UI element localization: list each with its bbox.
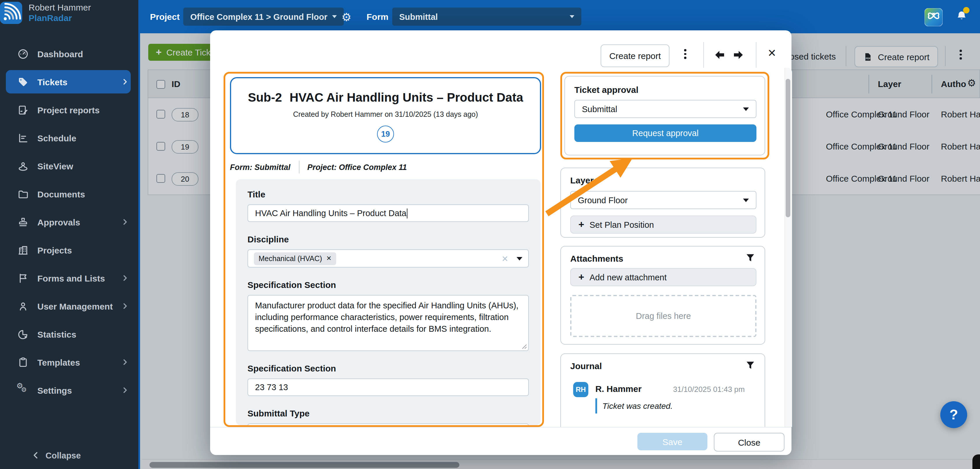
close-button[interactable]: Close [714, 433, 784, 451]
header-divider [703, 42, 704, 68]
save-button[interactable]: Save [637, 433, 708, 450]
ticket-meta-row: Form: Submittal Project: Office Complex … [230, 160, 407, 174]
clear-selection-icon[interactable]: ✕ [502, 254, 508, 263]
chevron-right-icon [121, 358, 129, 366]
spec-number-input[interactable]: 23 73 13 [248, 378, 529, 396]
sidebar-item-dashboard[interactable]: Dashboard [0, 40, 138, 68]
ticket-tag-icon [18, 76, 29, 87]
sidebar-item-tickets[interactable]: Tickets [0, 68, 138, 96]
set-plan-position-button[interactable]: + Set Plan Position [570, 215, 756, 234]
add-attachment-button[interactable]: + Add new attachment [570, 268, 756, 286]
plus-icon: + [578, 220, 584, 230]
person-icon [18, 300, 29, 312]
previous-ticket-arrow-icon[interactable] [713, 48, 726, 61]
schedule-chart-icon [18, 132, 29, 144]
journal-author: R. Hammer [595, 384, 641, 394]
spec-number-label: Specification Section [248, 363, 529, 374]
submittal-type-input[interactable] [248, 423, 529, 425]
ticket-form-panel: Title HVAC Air Handling Units – Product … [236, 179, 541, 425]
ticket-summary-card: Sub-2 HVAC Air Handling Units – Product … [230, 77, 541, 154]
sidebar-item-projects[interactable]: Projects [0, 236, 138, 264]
discipline-multiselect[interactable]: Mechanical (HVAC) ✕ ✕ [248, 249, 529, 268]
topbar: Project Office Complex 11 > Ground Floor… [138, 0, 980, 33]
user-profile[interactable]: Robert Hammer PlanRadar [0, 0, 123, 26]
filter-funnel-icon[interactable] [745, 361, 755, 370]
chevron-left-icon [32, 451, 40, 459]
layer-heading: Layer [570, 175, 593, 185]
sidebar-item-schedule[interactable]: Schedule [0, 124, 138, 152]
chevron-down-icon [743, 198, 749, 202]
chevron-down-icon [743, 107, 749, 111]
notification-dot-badge [963, 7, 969, 13]
project-meta: Project: Office Complex 11 [307, 163, 407, 171]
drag-files-dropzone[interactable]: Drag files here [570, 295, 756, 337]
sidebar-item-statistics[interactable]: Statistics [0, 320, 138, 348]
ticket-created-subtitle: Created by Robert Hammer on 31/10/2025 (… [231, 110, 540, 118]
chevron-down-icon [517, 257, 522, 260]
submittal-type-label: Submittal Type [248, 408, 529, 419]
layer-card: Layer Ground Floor + Set Plan Position [560, 168, 765, 238]
dashboard-gauge-icon [18, 48, 29, 59]
ticket-approval-heading: Ticket approval [574, 85, 638, 95]
chat-widget-corner [972, 455, 980, 469]
chevron-right-icon [121, 274, 129, 282]
chip-remove-icon[interactable]: ✕ [326, 255, 331, 262]
pie-chart-icon [18, 329, 29, 340]
layer-select[interactable]: Ground Floor [570, 191, 756, 209]
sidebar-item-siteview[interactable]: SiteView [0, 152, 138, 180]
project-settings-gear-icon[interactable]: ⚙ [342, 11, 352, 24]
clipboard-icon [18, 357, 29, 368]
ticket-ref: Sub-2 [248, 91, 282, 105]
flag-icon [18, 273, 29, 284]
modal-footer: Save Close [210, 427, 791, 455]
sidebar-item-documents[interactable]: Documents [0, 180, 138, 208]
attachments-card: Attachments + Add new attachment Drag fi… [560, 246, 765, 345]
next-ticket-arrow-icon[interactable] [732, 48, 745, 61]
sidebar-collapse-button[interactable]: Collapse [0, 442, 138, 469]
sidebar-item-templates[interactable]: Templates [0, 348, 138, 376]
journal-heading: Journal [570, 361, 602, 371]
app-switcher-icon[interactable] [924, 8, 943, 26]
modal-options-kebab[interactable] [684, 49, 686, 59]
sidebar-item-forms-and-lists[interactable]: Forms and Lists [0, 264, 138, 292]
resize-handle[interactable] [522, 344, 527, 349]
title-field-label: Title [248, 189, 529, 200]
person-pin-icon [18, 160, 29, 171]
modal-create-report-button[interactable]: Create report [601, 45, 670, 67]
user-name: Robert Hammer [29, 2, 91, 13]
sidebar: Robert Hammer PlanRadar Dashboard Ticket… [0, 0, 138, 469]
modal-scrollbar-thumb[interactable] [786, 79, 790, 217]
help-button[interactable]: ? [940, 401, 967, 428]
ticket-title-heading: Sub-2 HVAC Air Handling Units – Product … [231, 91, 540, 105]
form-selector[interactable]: Submittal [392, 8, 581, 26]
sidebar-accent-strip [138, 0, 140, 469]
ticket-title: HVAC Air Handling Units – Product Data [290, 91, 523, 105]
sidebar-item-user-management[interactable]: User Management [0, 292, 138, 320]
sidebar-item-project-reports[interactable]: Project reports [0, 96, 138, 124]
text-cursor [407, 208, 408, 218]
spec-section-textarea[interactable]: Manufacturer product data for the specif… [248, 295, 529, 351]
ticket-detail-modal: Create report ✕ Sub-2 HVAC Air Handling … [210, 30, 791, 455]
brand-name: PlanRadar [29, 13, 91, 23]
sidebar-item-approvals[interactable]: Approvals [0, 208, 138, 236]
project-label: Project [150, 12, 180, 22]
filter-funnel-icon[interactable] [745, 253, 755, 263]
folder-icon [18, 188, 29, 199]
journal-entry-text: Ticket was created. [595, 398, 673, 413]
chevron-right-icon [121, 218, 129, 226]
chevron-right-icon [121, 386, 129, 394]
chevron-down-icon [332, 15, 337, 18]
discipline-chip[interactable]: Mechanical (HVAC) ✕ [254, 252, 336, 265]
request-approval-button[interactable]: Request approval [574, 124, 756, 142]
discipline-field-label: Discipline [248, 234, 529, 245]
gears-icon: ⚙⚙ [18, 384, 29, 396]
app-window: + Create Ticket Closed tickets PDF Creat… [0, 0, 980, 469]
project-selector[interactable]: Office Complex 11 > Ground Floor [183, 8, 344, 26]
approval-workflow-select[interactable]: Submittal [574, 100, 756, 118]
spec-section-label: Specification Section [248, 279, 529, 290]
form-label: Form [367, 12, 388, 22]
attachments-heading: Attachments [570, 254, 624, 263]
sidebar-item-settings[interactable]: ⚙⚙ Settings [0, 376, 138, 404]
title-input[interactable]: HVAC Air Handling Units – Product Data [248, 204, 529, 222]
close-icon[interactable]: ✕ [768, 47, 776, 59]
